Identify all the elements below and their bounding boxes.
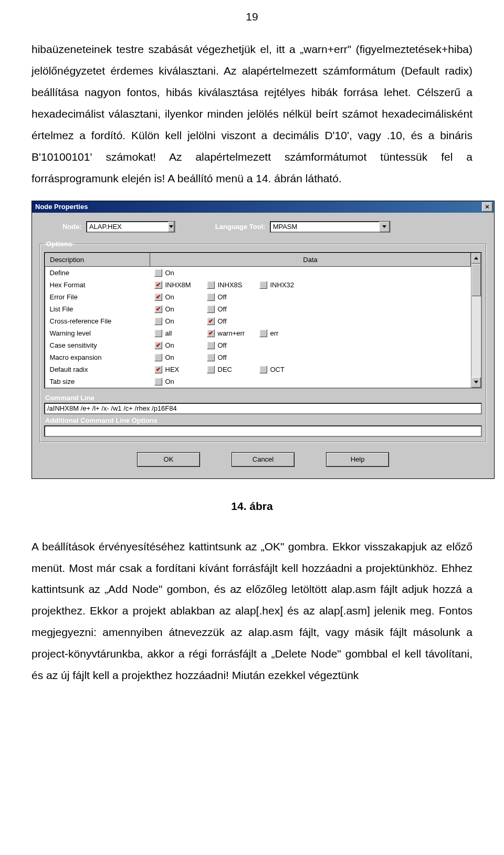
option-item[interactable]: Off (207, 341, 257, 349)
scroll-down-icon[interactable] (471, 377, 481, 388)
checkbox-icon[interactable] (154, 305, 162, 313)
option-description: Define (46, 266, 150, 279)
table-row: DefineOn (46, 266, 471, 279)
close-button[interactable]: × (482, 202, 492, 212)
option-data-cell: OnOff (150, 351, 471, 363)
dialog-title: Node Properties (35, 203, 88, 211)
checkbox-icon[interactable] (154, 281, 162, 289)
scroll-up-icon[interactable] (471, 253, 481, 264)
node-combo[interactable] (86, 221, 175, 233)
checkbox-icon[interactable] (154, 293, 162, 301)
node-input[interactable] (87, 222, 168, 232)
command-line-input[interactable] (44, 403, 482, 414)
option-label: On (165, 305, 174, 313)
scrollbar[interactable] (471, 253, 481, 388)
option-item[interactable]: Off (207, 353, 257, 361)
checkbox-icon[interactable] (207, 305, 215, 313)
option-description: Warning level (46, 327, 150, 339)
col-data[interactable]: Data (150, 253, 471, 266)
language-tool-label: Language Tool: (215, 223, 266, 231)
checkbox-icon[interactable] (207, 329, 215, 337)
option-item[interactable]: On (154, 353, 205, 361)
option-item[interactable]: On (154, 305, 205, 313)
options-group: Options Description Data DefineOnHex For… (39, 240, 487, 443)
titlebar: Node Properties × (32, 201, 494, 213)
option-item[interactable]: On (154, 341, 205, 349)
checkbox-icon[interactable] (154, 353, 162, 361)
table-row: Hex FormatINHX8MINHX8SINHX32 (46, 279, 471, 291)
scroll-track[interactable] (471, 296, 481, 377)
option-label: On (165, 378, 174, 385)
checkbox-icon[interactable] (259, 329, 267, 337)
option-item[interactable]: INHX32 (259, 281, 310, 289)
option-label: Off (218, 353, 227, 361)
option-label: On (165, 317, 174, 325)
checkbox-icon[interactable] (259, 281, 267, 289)
table-row: Cross-reference FileOnOff (46, 315, 471, 327)
checkbox-icon[interactable] (207, 317, 215, 325)
checkbox-icon[interactable] (207, 341, 215, 349)
option-label: On (165, 353, 174, 361)
page-number: 19 (32, 11, 472, 23)
svg-marker-0 (169, 225, 173, 228)
svg-marker-2 (474, 257, 478, 259)
option-item[interactable]: err (259, 329, 310, 337)
option-label: INHX8M (165, 281, 191, 289)
chevron-down-icon[interactable] (168, 222, 174, 232)
checkbox-icon[interactable] (259, 366, 267, 373)
additional-options-input[interactable] (44, 425, 482, 437)
option-description: Tab size (46, 376, 150, 388)
language-tool-input[interactable] (271, 222, 380, 232)
option-data-cell: OnOff (150, 303, 471, 315)
option-description: Case sensitivity (46, 339, 150, 351)
option-data-cell: INHX8MINHX8SINHX32 (150, 279, 471, 291)
node-properties-dialog: Node Properties × Node: Language Tool: (32, 201, 495, 479)
option-item[interactable]: OCT (259, 366, 310, 373)
option-item[interactable]: On (154, 269, 205, 277)
option-item[interactable]: INHX8M (154, 281, 205, 289)
checkbox-icon[interactable] (154, 341, 162, 349)
option-label: err (270, 329, 279, 337)
checkbox-icon[interactable] (154, 269, 162, 277)
option-description: Error File (46, 291, 150, 303)
option-item[interactable]: Off (207, 305, 257, 313)
button-row: OK Cancel Help (39, 443, 487, 471)
option-description: Hex Format (46, 279, 150, 291)
col-description[interactable]: Description (46, 253, 150, 266)
checkbox-icon[interactable] (207, 366, 215, 373)
option-item[interactable]: DEC (207, 366, 257, 373)
option-description: List File (46, 303, 150, 315)
chevron-down-icon[interactable] (379, 222, 389, 232)
option-item[interactable]: INHX8S (207, 281, 257, 289)
command-line-label: Command Line (45, 394, 482, 402)
checkbox-icon[interactable] (207, 353, 215, 361)
scroll-thumb[interactable] (471, 264, 481, 296)
option-item[interactable]: all (154, 329, 205, 337)
option-label: Off (218, 317, 227, 325)
option-item[interactable]: Off (207, 293, 257, 301)
ok-button[interactable]: OK (137, 452, 200, 467)
option-item[interactable]: On (154, 378, 205, 385)
option-item[interactable]: Off (207, 317, 257, 325)
option-item[interactable]: warn+err (207, 329, 257, 337)
option-data-cell: OnOff (150, 291, 471, 303)
additional-options-label: Additional Command Line Options (45, 416, 482, 424)
options-legend: Options (44, 240, 74, 248)
option-label: HEX (165, 366, 180, 373)
option-item[interactable]: On (154, 293, 205, 301)
top-row: Node: Language Tool: (39, 219, 487, 240)
checkbox-icon[interactable] (207, 281, 215, 289)
cancel-button[interactable]: Cancel (232, 452, 295, 467)
help-button[interactable]: Help (326, 452, 389, 467)
language-tool-combo[interactable] (270, 221, 391, 233)
node-label: Node: (62, 223, 82, 231)
option-item[interactable]: HEX (154, 366, 205, 373)
checkbox-icon[interactable] (154, 329, 162, 337)
checkbox-icon[interactable] (154, 378, 162, 385)
options-table-wrap: Description Data DefineOnHex FormatINHX8… (44, 252, 482, 389)
figure-caption: 14. ábra (32, 500, 472, 513)
checkbox-icon[interactable] (154, 366, 162, 373)
option-item[interactable]: On (154, 317, 205, 325)
checkbox-icon[interactable] (207, 293, 215, 301)
checkbox-icon[interactable] (154, 317, 162, 325)
